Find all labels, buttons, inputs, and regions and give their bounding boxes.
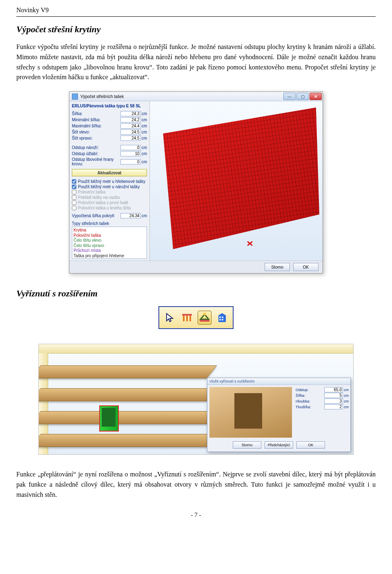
aktualizovat-button[interactable]: Aktualizovat (72, 169, 147, 176)
cut-tloustka-input[interactable] (324, 404, 343, 409)
odstuplib-input[interactable] (120, 159, 141, 165)
check-c6[interactable]: Poloviční taška u levého štítu (72, 206, 147, 210)
dialog-titlebar[interactable]: Výpočet střešních tašek — ▢ ✕ (69, 92, 323, 101)
dialog-title: Výpočet střešních tašek (80, 94, 124, 99)
field-odstuplib: Odstup libovolné hrany krovu:cm (72, 157, 147, 166)
cut-highlight (99, 405, 119, 432)
svg-rect-3 (182, 314, 192, 316)
roof-dialog: Výpočet střešních tašek — ▢ ✕ ERLUS/Pánv… (69, 91, 323, 274)
dialog-footer: Storno OK (69, 260, 323, 273)
toolbar (158, 306, 234, 329)
svg-rect-10 (222, 319, 223, 320)
close-button[interactable]: ✕ (310, 93, 322, 100)
rafter-icon[interactable] (180, 311, 194, 324)
stitvlevo-input[interactable] (120, 129, 141, 135)
field-odstupnarozi: Odstup nároží:cm (72, 145, 147, 150)
svg-rect-7 (219, 316, 221, 318)
window-icon (72, 93, 78, 100)
list-item[interactable]: Čelo štítu vlevo (73, 238, 146, 243)
roof-x-marker: ✕ (246, 239, 253, 248)
doc-header: Novinky V9 (16, 4, 376, 15)
beams-screenshot: Vložit vyříznutí s rozšířením Odstup:cm … (38, 344, 354, 455)
cut-icon[interactable] (198, 311, 212, 325)
beam (38, 434, 217, 447)
field-vypoctena: Vypočtená šířka pokrytícm (72, 213, 147, 218)
svg-rect-8 (222, 316, 223, 318)
section1-title: Výpočet střešní krytiny (16, 24, 376, 35)
pointer-icon[interactable] (163, 311, 176, 324)
check-c5[interactable]: Poloviční taška v první řadě (72, 200, 147, 205)
cut-dialog: Vložit vyříznutí s rozšířením Odstup:cm … (207, 378, 351, 452)
svg-rect-2 (189, 315, 191, 321)
list-item[interactable]: Průchozí místa (73, 248, 146, 254)
minsirka-input[interactable] (120, 117, 141, 122)
field-sirka: Šířka:cm (72, 111, 147, 116)
check-c1[interactable]: Použít běžný metr u hřebenové tašky (72, 179, 147, 184)
building-icon[interactable] (216, 311, 229, 324)
cut-hloubka-input[interactable] (324, 398, 343, 404)
field-odstupuzlabi: Odstup úžlabí:cm (72, 151, 147, 156)
list-item[interactable]: Taška pro připojení hřebene (73, 254, 146, 259)
maximize-button[interactable]: ▢ (296, 93, 309, 100)
check-c2[interactable]: Použít běžný metr u nárožní tašky (72, 185, 147, 189)
roof-3d-canvas[interactable]: ✕ (150, 101, 323, 260)
field-stitvpravo: Štít vpravo:cm (72, 136, 147, 141)
cut-sirka-input[interactable] (324, 393, 343, 398)
svg-rect-9 (219, 319, 221, 320)
list-item[interactable]: Poloviční taška (73, 233, 146, 238)
cut-odstup-input[interactable] (324, 387, 343, 392)
list-item[interactable]: Čelo štítu vpravo (73, 243, 146, 249)
cut-prev-button[interactable]: Předcházející (265, 441, 293, 449)
header-rule (16, 16, 376, 17)
ok-button[interactable]: OK (293, 263, 318, 271)
roof-surface (153, 105, 319, 249)
svg-rect-5 (203, 313, 206, 315)
maxsirka-input[interactable] (120, 123, 141, 129)
list-header: Typy střešních tašek (72, 221, 147, 226)
check-c3[interactable]: Poloviční taška (72, 190, 147, 194)
odstupuzlabi-input[interactable] (120, 151, 141, 156)
svg-rect-0 (183, 315, 185, 321)
field-stitvlevo: Štít vlevo:cm (72, 129, 147, 135)
svg-rect-1 (186, 315, 188, 321)
section1-paragraph: Funkce výpočtu střešní krytiny je rozšíř… (16, 42, 376, 82)
beam (38, 365, 217, 378)
list-item[interactable]: Krytina (73, 228, 146, 233)
cut-dialog-form: Odstup:cm Šířka:cm Hloubka:cm Tloušťka:c… (294, 385, 350, 440)
product-label: ERLUS/Pánvová taška typu E 58 SL (72, 104, 147, 108)
vypoctena-input[interactable] (120, 213, 141, 218)
section2-title: Vyříznutí s rozšířením (16, 288, 376, 299)
beam (38, 411, 217, 424)
cut-dialog-title[interactable]: Vložit vyříznutí s rozšířením (207, 378, 350, 385)
field-minsirka: Minimální šířka:cm (72, 117, 147, 122)
mini-top-toolbar (39, 344, 353, 354)
stitvpravo-input[interactable] (120, 136, 141, 141)
beam (38, 388, 217, 401)
odstupnarozi-input[interactable] (120, 145, 141, 150)
page-number: - 7 - (16, 512, 376, 518)
dialog-left-panel: ERLUS/Pánvová taška typu E 58 SL Šířka:c… (69, 101, 150, 260)
check-c4[interactable]: Pokládl tašky na vazbu (72, 195, 147, 200)
cut-storno-button[interactable]: Storno (233, 441, 261, 449)
sirka-input[interactable] (120, 111, 141, 116)
section2-paragraph: Funkce „přeplátování“ je nyní rozšířena … (16, 469, 376, 500)
minimize-button[interactable]: — (283, 93, 296, 100)
tile-types-list[interactable]: Krytina Poloviční taška Čelo štítu vlevo… (72, 227, 147, 259)
cut-ok-button[interactable]: OK (296, 441, 325, 449)
storno-button[interactable]: Storno (265, 263, 290, 271)
field-maxsirka: Maximální šířka:cm (72, 123, 147, 129)
cut-dialog-preview (209, 387, 292, 438)
list-item[interactable]: Sněhová (73, 258, 146, 259)
